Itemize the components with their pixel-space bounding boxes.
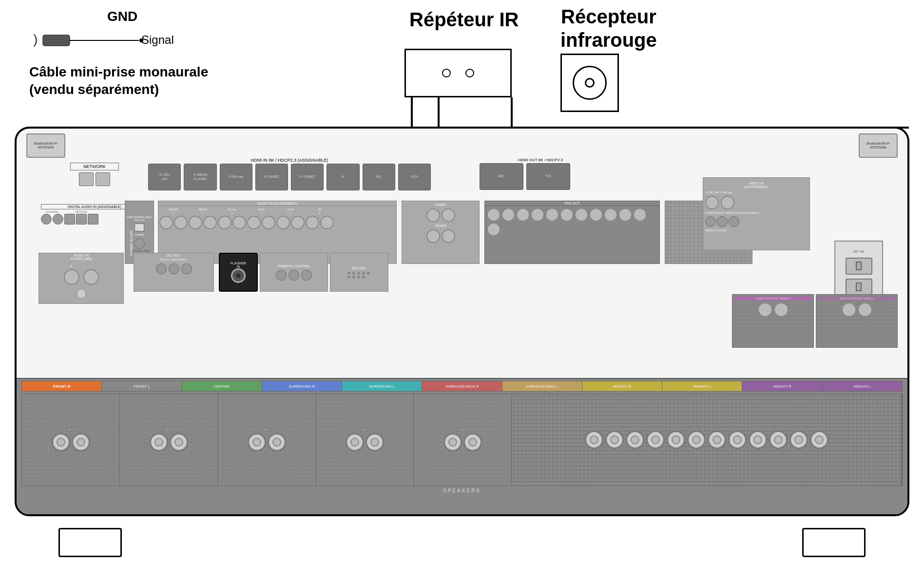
signal-label: Signal <box>141 33 174 47</box>
dc-out-section: DC OUT DC12V 100mA MAX. <box>134 253 214 292</box>
network-port-1 <box>79 172 94 186</box>
network-port-2 <box>96 172 110 186</box>
spk-sbl-neg <box>646 431 665 449</box>
gnd-label: GND <box>107 9 137 24</box>
h3l-t2 <box>858 302 872 317</box>
speaker-term-surr-l: + - <box>414 394 512 486</box>
phono-label: AUDIO IN PHONO (MM) <box>39 253 123 261</box>
flasher-port <box>231 268 246 283</box>
repeteur-label: Répéteur IR <box>409 9 519 31</box>
spk-sbr-pos <box>585 431 603 449</box>
rs232c-port <box>347 272 371 279</box>
hdmi-port-5: ⑤ GAME2 <box>291 164 324 190</box>
zone3-port-r <box>426 229 440 243</box>
pre-out-c3 <box>516 208 530 222</box>
hdmi-ports-row: ① CBL/SAT ② MEDIAPLAYER ③ Blu-ray ④ GAME… <box>148 164 431 190</box>
spk-h1l-pos <box>708 431 726 449</box>
pre-out-c4 <box>531 208 544 222</box>
antenna-left: Bluetooth/Wi-Fi ANTENNA <box>26 133 65 158</box>
zone3-port-l <box>442 229 455 243</box>
rs232c-label: RS-232C <box>352 266 366 270</box>
control-section: FLASHER IN REMOTE CONTROL <box>219 253 397 297</box>
flasher-label: FLASHER <box>231 262 246 265</box>
ir-receptor-ring <box>573 66 607 100</box>
h3r-t2 <box>774 302 789 317</box>
recepteur-label: Récepteur infrarouge <box>560 5 657 52</box>
foot-left <box>58 528 122 557</box>
pre-out-c5 <box>545 208 559 222</box>
audio-pair-4: AUX1 4 <box>247 208 275 229</box>
pre-out-c8 <box>589 208 603 222</box>
hdmi-in-section: HDMI IN 8K / HDCP2.3 (ASSIGNABLE) ① CBL/… <box>148 158 431 202</box>
speaker-label-surround-back-r: SURROUND BACK R <box>422 381 502 391</box>
video-port-1 <box>705 196 719 209</box>
speakers-bottom-label: SPEAKERS <box>17 488 907 493</box>
comp-port-y <box>705 216 716 227</box>
svg-rect-1 <box>43 35 70 46</box>
rs232c-box: RS-232C <box>330 253 388 292</box>
foot-right <box>802 528 866 557</box>
speaker-label-surround-back-l: SURROUND BACK L <box>502 381 582 391</box>
tuner-audio-text: TUNER AUdIO <box>129 211 144 275</box>
ir-repeater-dot-left <box>442 69 451 77</box>
optical-port-1 <box>64 214 75 225</box>
spk-h1l-neg <box>728 431 747 449</box>
speaker-label-height1-l: HEIGHT1 L <box>662 381 742 391</box>
panel-inner: Bluetooth/Wi-Fi ANTENNA Bluetooth/Wi-Fi … <box>17 129 907 514</box>
audio-circle-3r <box>218 216 231 229</box>
audio-pair-3: Blu-ray 3 <box>218 208 246 229</box>
spk-c-pos <box>248 433 266 451</box>
remote-port-2 <box>289 270 299 281</box>
audio-in-label: AUDIO IN (ASSIGNABLE) <box>158 201 396 206</box>
spk-fl-pos <box>150 433 168 451</box>
audio-in-ports: CBL/SAT 1 MEDIA3 2 <box>158 206 396 231</box>
audio-circle-6r <box>306 216 319 229</box>
height3-r: HEIGHT3/FRONT WIDE R <box>732 294 814 348</box>
ir-receptor-box <box>560 54 619 112</box>
pre-out-c11 <box>633 208 647 222</box>
zone2-label: ZONE2 <box>435 203 446 206</box>
in-ir-label: IN <box>237 265 240 268</box>
phono-port-r <box>64 269 79 285</box>
hdmi-in-label: HDMI IN 8K / HDCP2.3 (ASSIGNABLE) <box>148 158 431 163</box>
spk-sl-pos <box>443 433 462 451</box>
coaxial-port-1 <box>41 214 52 225</box>
remote-port-3 <box>301 270 312 281</box>
spk-h2r-pos <box>749 431 767 449</box>
ac-in-socket-1 <box>846 258 872 275</box>
speaker-label-height2-r: HEIGHT2 R <box>742 381 822 391</box>
phono-extra-port <box>77 289 86 299</box>
pre-out-label: PRE OUT <box>485 201 659 206</box>
cable-label: Câble mini-prise monaurale (vendu séparé… <box>29 63 208 99</box>
zone-section: ZONE2 ZONE3 <box>402 201 480 264</box>
hdmi-port-aux: AUX <box>398 164 431 190</box>
audio-circle-1l <box>174 216 188 229</box>
network-section: NETWORK <box>70 163 119 202</box>
pre-out-c7 <box>575 208 588 222</box>
speaker-term-surr-r: + - <box>316 394 414 486</box>
speaker-label-front-l: FRONT L <box>102 381 182 391</box>
audio-circle-4l <box>262 216 275 229</box>
audio-circle-6l <box>320 216 334 229</box>
dc-port-1 <box>156 263 167 274</box>
audio-circle-2l <box>203 216 217 229</box>
optical-sublabel: OPTICAL <box>75 210 88 213</box>
zone3-ports <box>426 229 455 243</box>
phono-section: AUDIO IN PHONO (MM) R L <box>38 253 124 304</box>
speaker-terminals-container: + - + - <box>21 393 903 486</box>
antenna-right-label: Bluetooth/Wi-Fi ANTENNA <box>860 142 897 149</box>
ir-receptor-center <box>585 78 595 88</box>
h3r-t1 <box>758 302 772 317</box>
speaker-label-height2-l: HEIGHT2 L <box>823 381 902 391</box>
dc-port-3 <box>181 263 192 274</box>
phono-ports: R L <box>39 261 123 289</box>
antenna-left-label: Bluetooth/Wi-Fi ANTENNA <box>27 142 64 149</box>
coaxial-sublabel: COAXIAL <box>46 210 58 213</box>
spk-fr-neg <box>72 433 90 451</box>
spk-h2l-neg <box>810 431 828 449</box>
audio-circle-3l <box>232 216 246 229</box>
ac-in-socket-2 <box>846 279 872 296</box>
audio-circle-2r <box>189 216 202 229</box>
ir-repeater-dot-right <box>465 69 474 77</box>
spk-sbl-pos <box>626 431 644 449</box>
